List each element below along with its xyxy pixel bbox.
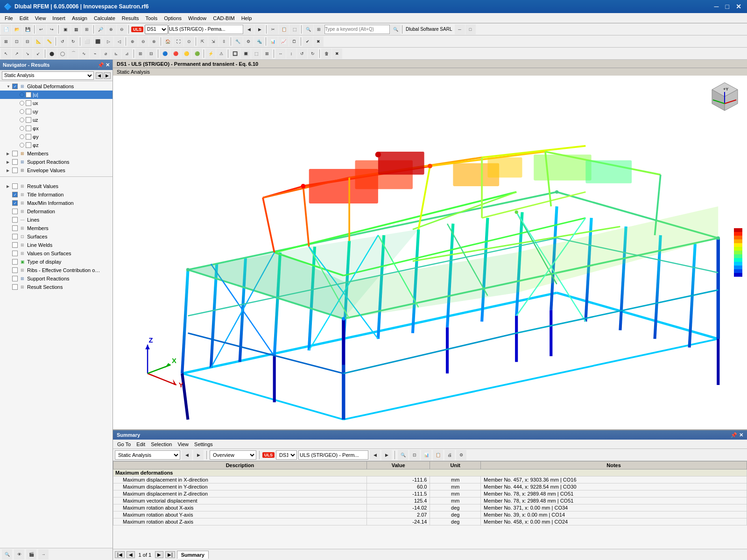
menu-item-view[interactable]: View: [32, 14, 49, 22]
sum-prev2[interactable]: ◀: [370, 450, 380, 460]
summary-close-btn[interactable]: ✕: [739, 432, 743, 438]
navigation-cube[interactable]: +Y: [707, 80, 742, 115]
t3-22[interactable]: 🔳: [240, 49, 251, 59]
tree-item-phiy[interactable]: φy: [0, 133, 113, 141]
analysis-prev[interactable]: ◀: [96, 72, 103, 79]
sum-next2[interactable]: ▶: [381, 450, 392, 460]
check-ti[interactable]: ✓: [12, 192, 18, 197]
tb-x1[interactable]: ─: [455, 24, 465, 35]
navigator-controls[interactable]: 📌 ✕: [98, 62, 110, 68]
t2-11[interactable]: ◁: [114, 36, 124, 47]
tree-maxmin-info[interactable]: ✓ ⊞ Max/Min Information: [0, 199, 113, 207]
next-page-btn[interactable]: ▶: [155, 551, 163, 558]
tb5[interactable]: ⊕: [106, 24, 116, 35]
t2-27[interactable]: ✔: [303, 36, 313, 47]
summary-overview-select[interactable]: Overview: [210, 450, 256, 460]
check-rv[interactable]: [12, 183, 18, 189]
redo-btn[interactable]: ↪: [47, 24, 57, 35]
tree-envelope[interactable]: ▶ ⊞ Envelope Values: [0, 166, 113, 175]
tree-values-on-surfaces[interactable]: ⊞ Values on Surfaces: [0, 249, 113, 258]
t2-9[interactable]: ⬛: [92, 36, 103, 47]
radio-u[interactable]: [20, 92, 24, 97]
t3-28[interactable]: ↻: [308, 49, 318, 59]
nav-next[interactable]: ▶: [254, 24, 265, 35]
t2-18[interactable]: ⇱: [197, 36, 208, 47]
open-btn[interactable]: 📂: [12, 24, 22, 35]
t3-1[interactable]: ↖: [1, 49, 11, 59]
summary-pin-btn[interactable]: 📌: [731, 432, 737, 438]
tree-item-ux[interactable]: ux: [0, 99, 113, 107]
t3-26[interactable]: ↕: [286, 49, 296, 59]
check-ribs[interactable]: [12, 267, 18, 273]
t3-3[interactable]: ↘: [22, 49, 33, 59]
check-surf[interactable]: [12, 234, 18, 239]
nav-pin-btn[interactable]: 📌: [98, 62, 104, 68]
menu-item-window[interactable]: Window: [185, 14, 209, 22]
t3-2[interactable]: ↗: [12, 49, 22, 59]
t2-17[interactable]: ⊙: [184, 36, 194, 47]
sum-tb4[interactable]: ⚙: [456, 450, 466, 460]
new-btn[interactable]: 📄: [1, 24, 11, 35]
check-phiz[interactable]: [26, 142, 31, 148]
keyword-search[interactable]: [324, 25, 390, 34]
table-row[interactable]: Maximum rotation about X-axis-14.02degMe…: [113, 504, 747, 511]
nav-bottom-3[interactable]: 🎬: [26, 549, 36, 560]
sum-zoom[interactable]: 🔍: [398, 450, 408, 460]
menu-item-help[interactable]: Help: [239, 14, 255, 22]
t2-10[interactable]: ▷: [103, 36, 113, 47]
menu-item-tools[interactable]: Tools: [142, 14, 160, 22]
summary-menu-goto[interactable]: Go To: [115, 441, 133, 448]
tb11[interactable]: ⊞: [314, 24, 324, 35]
check-ux[interactable]: [26, 100, 31, 106]
t2-23[interactable]: 🔩: [254, 36, 264, 47]
t2-12[interactable]: ⊕: [127, 36, 138, 47]
tree-item-phix[interactable]: φx: [0, 124, 113, 133]
check-m2[interactable]: [12, 225, 18, 231]
t3-13[interactable]: ⊞: [135, 49, 146, 59]
analysis-type-select[interactable]: Static Analysis: [2, 71, 94, 80]
menu-item-calculate[interactable]: Calculate: [91, 14, 118, 22]
radio-phix[interactable]: [20, 126, 24, 131]
check-global-def[interactable]: ✓: [12, 84, 18, 89]
t3-14[interactable]: ⊟: [146, 49, 156, 59]
t3-21[interactable]: 🔲: [230, 49, 240, 59]
sum-select[interactable]: ⊡: [409, 450, 420, 460]
check-sr2[interactable]: [12, 276, 18, 281]
tree-members[interactable]: ▶ ⊞ Members: [0, 149, 113, 158]
sum-tb1[interactable]: 📊: [421, 450, 431, 460]
tree-item-uz[interactable]: uz: [0, 116, 113, 124]
menu-item-file[interactable]: File: [2, 14, 16, 22]
t3-6[interactable]: ◯: [57, 49, 68, 59]
check-lines[interactable]: [12, 217, 18, 223]
t2-28[interactable]: ✖: [313, 36, 324, 47]
check-mm[interactable]: ✓: [12, 200, 18, 206]
tree-result-values[interactable]: ▶ ⊞ Result Values: [0, 182, 113, 190]
3d-view[interactable]: Z Y X +Y: [113, 76, 747, 429]
t2-8[interactable]: ⬜: [82, 36, 92, 47]
sum-tb2[interactable]: 📋: [433, 450, 443, 460]
t3-8[interactable]: ∿: [79, 49, 89, 59]
tb4[interactable]: 🔎: [95, 24, 106, 35]
check-u[interactable]: [26, 92, 31, 98]
check-members[interactable]: [12, 151, 18, 156]
t2-19[interactable]: ⇲: [208, 36, 218, 47]
search-btn[interactable]: 🔍: [390, 24, 401, 35]
table-row[interactable]: Maximum displacement in Z-direction-111.…: [113, 490, 747, 497]
t3-19[interactable]: ⚡: [205, 49, 216, 59]
tb-x2[interactable]: □: [465, 24, 476, 35]
tree-global-deformations[interactable]: ▼ ✓ ⊞ Global Deformations: [0, 82, 113, 91]
tree-surfaces[interactable]: ⊡ Surfaces: [0, 232, 113, 241]
check-phix[interactable]: [26, 126, 31, 131]
analysis-next[interactable]: ▶: [104, 72, 111, 79]
t3-15[interactable]: 🔵: [160, 49, 170, 59]
t2-20[interactable]: ⇳: [219, 36, 229, 47]
check-tod[interactable]: [12, 259, 18, 265]
t3-18[interactable]: 🟢: [192, 49, 202, 59]
tree-lines[interactable]: — Lines: [0, 216, 113, 224]
maximize-button[interactable]: □: [724, 3, 731, 10]
tb8[interactable]: 📋: [279, 24, 289, 35]
close-button[interactable]: ✕: [734, 3, 743, 10]
t3-23[interactable]: ⬚: [251, 49, 261, 59]
tree-type-of-display[interactable]: ▣ Type of display: [0, 258, 113, 266]
tree-item-phiz[interactable]: φz: [0, 141, 113, 149]
